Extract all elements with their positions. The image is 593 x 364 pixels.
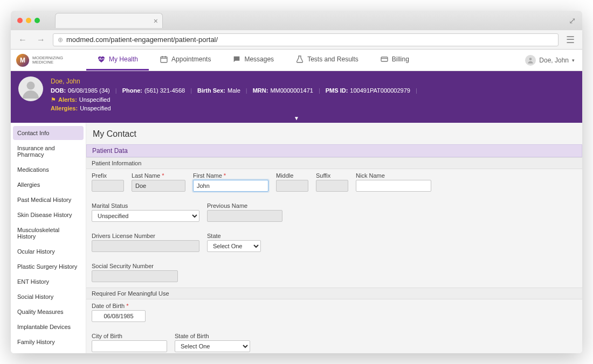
patient-info-form: Prefix Last Name * First Name * Middle S…: [86, 169, 582, 288]
input-city-of-birth[interactable]: [92, 340, 167, 352]
sidebar-item-plastic-surgery[interactable]: Plastic Surgery History: [13, 260, 84, 274]
popout-icon[interactable]: ⤢: [569, 16, 576, 26]
close-window-icon[interactable]: [17, 18, 23, 23]
app-logo[interactable]: M MODERNIZING MEDICINE: [11, 50, 86, 71]
nav-tests[interactable]: Tests and Results: [285, 50, 369, 71]
label-first-name: First Name *: [193, 172, 268, 179]
sidebar-item-contact-info[interactable]: Contact Info: [13, 126, 84, 140]
back-icon[interactable]: ←: [16, 34, 29, 46]
input-first-name[interactable]: [193, 180, 268, 192]
pms-label: PMS ID:: [326, 86, 348, 95]
avatar-icon: [525, 55, 536, 66]
input-ssn[interactable]: [92, 270, 178, 282]
sex-label: Birth Sex:: [197, 86, 225, 95]
input-previous-name[interactable]: [207, 210, 282, 222]
user-menu[interactable]: Doe, John ▾: [518, 50, 582, 71]
sidebar-item-ocular[interactable]: Ocular History: [13, 244, 84, 258]
meaningful-use-form: Date of Birth * City of Birth State of B…: [86, 299, 582, 354]
field-last-name: Last Name *: [132, 172, 185, 192]
nav-label: Billing: [392, 55, 409, 63]
dob-label: DOB:: [51, 86, 66, 95]
label-drivers-license: Drivers License Number: [92, 233, 199, 239]
site-icon: ⊕: [58, 36, 63, 44]
input-drivers-license[interactable]: [92, 240, 199, 252]
window-controls: [17, 18, 40, 23]
url-text: modmed.com/patient-engagement/patient-po…: [66, 36, 218, 44]
field-first-name: First Name *: [193, 172, 268, 192]
label-ssn: Social Security Number: [92, 263, 178, 269]
url-bar[interactable]: ⊕ modmed.com/patient-engagement/patient-…: [53, 33, 558, 46]
sidebar-item-skin-history[interactable]: Skin Disease History: [13, 208, 84, 222]
field-suffix: Suffix: [316, 172, 348, 192]
patient-avatar: [18, 76, 43, 101]
field-middle: Middle: [276, 172, 308, 192]
input-middle[interactable]: [276, 180, 308, 192]
sidebar-item-insurance-pharmacy[interactable]: Insurance and Pharmacy: [13, 141, 84, 162]
minimize-window-icon[interactable]: [26, 18, 31, 23]
nav-messages[interactable]: Messages: [222, 50, 285, 71]
sex-value: Male: [227, 86, 240, 95]
forward-icon[interactable]: →: [35, 34, 47, 46]
browser-window: × ⤢ ← → ⊕ modmed.com/patient-engagement/…: [11, 11, 582, 353]
field-dob: Date of Birth *: [92, 303, 146, 322]
pms-value: 100491PAT000002979: [350, 86, 410, 95]
browser-tab[interactable]: ×: [55, 13, 163, 28]
banner-collapse-toggle[interactable]: ▼: [11, 115, 582, 123]
sidebar-item-problem-list[interactable]: Problem List: [13, 350, 84, 354]
sidebar-item-implantable[interactable]: Implantable Devices: [13, 320, 84, 334]
sidebar-item-past-medical[interactable]: Past Medical History: [13, 193, 84, 207]
patient-info: Doe, John DOB: 06/08/1985 (34) | Phone: …: [51, 76, 420, 113]
logo-text: MODERNIZING MEDICINE: [32, 56, 63, 65]
nav-label: Messages: [244, 55, 274, 63]
input-suffix[interactable]: [316, 180, 348, 192]
sidebar-item-ent[interactable]: ENT History: [13, 275, 84, 289]
input-dob[interactable]: [92, 310, 146, 322]
flag-icon: ⚑: [51, 95, 56, 104]
input-prefix[interactable]: [92, 180, 124, 192]
sidebar-item-social[interactable]: Social History: [13, 290, 84, 304]
section-patient-data: Patient Data: [86, 144, 582, 157]
svg-rect-1: [381, 57, 388, 61]
svg-point-3: [27, 82, 35, 90]
nav-label: Appointments: [171, 55, 211, 63]
label-marital-status: Marital Status: [92, 202, 199, 209]
select-state-of-birth[interactable]: Select One: [175, 340, 250, 352]
select-marital-status[interactable]: Unspecified: [92, 210, 199, 222]
field-state-of-birth: State of Birth Select One: [175, 333, 250, 352]
field-city-of-birth: City of Birth: [92, 333, 167, 352]
field-marital-status: Marital Status Unspecified: [92, 202, 199, 222]
nav-appointments[interactable]: Appointments: [149, 50, 222, 71]
nav-my-health[interactable]: My Health: [86, 50, 149, 71]
input-nick-name[interactable]: [356, 180, 431, 192]
sidebar-item-medications[interactable]: Medications: [13, 163, 84, 177]
browser-tab-strip: × ⤢: [11, 11, 582, 30]
nav-billing[interactable]: Billing: [369, 50, 420, 71]
page-title: My Contact: [86, 127, 582, 144]
patient-banner: Doe, John DOB: 06/08/1985 (34) | Phone: …: [11, 71, 582, 115]
app-header: M MODERNIZING MEDICINE My Health Appoint…: [11, 50, 582, 71]
menu-icon[interactable]: ☰: [564, 34, 577, 46]
close-tab-icon[interactable]: ×: [154, 17, 158, 25]
maximize-window-icon[interactable]: [35, 18, 40, 23]
sidebar-item-quality-measures[interactable]: Quality Measures: [13, 305, 84, 319]
chat-icon: [232, 55, 241, 64]
sidebar-item-musculoskeletal[interactable]: Musculoskeletal History: [13, 223, 84, 243]
app-body: Contact Info Insurance and Pharmacy Medi…: [11, 123, 582, 354]
label-prefix: Prefix: [92, 172, 124, 179]
heart-pulse-icon: [97, 55, 106, 64]
label-previous-name: Previous Name: [207, 202, 282, 209]
logo-mark-icon: M: [16, 54, 29, 67]
label-state-of-birth: State of Birth: [175, 333, 250, 339]
card-icon: [380, 55, 389, 64]
label-suffix: Suffix: [316, 172, 348, 179]
nav-label: My Health: [109, 55, 138, 63]
dob-value: 06/08/1985 (34): [68, 86, 110, 95]
flask-icon: [295, 55, 304, 64]
allergies-label: Allergies:: [51, 104, 78, 113]
sidebar-item-family-history[interactable]: Family History: [13, 335, 84, 349]
input-last-name[interactable]: [132, 180, 185, 192]
select-state[interactable]: Select One: [207, 240, 261, 252]
label-dob: Date of Birth *: [92, 303, 146, 309]
browser-toolbar: ← → ⊕ modmed.com/patient-engagement/pati…: [11, 30, 582, 50]
sidebar-item-allergies[interactable]: Allergies: [13, 178, 84, 192]
